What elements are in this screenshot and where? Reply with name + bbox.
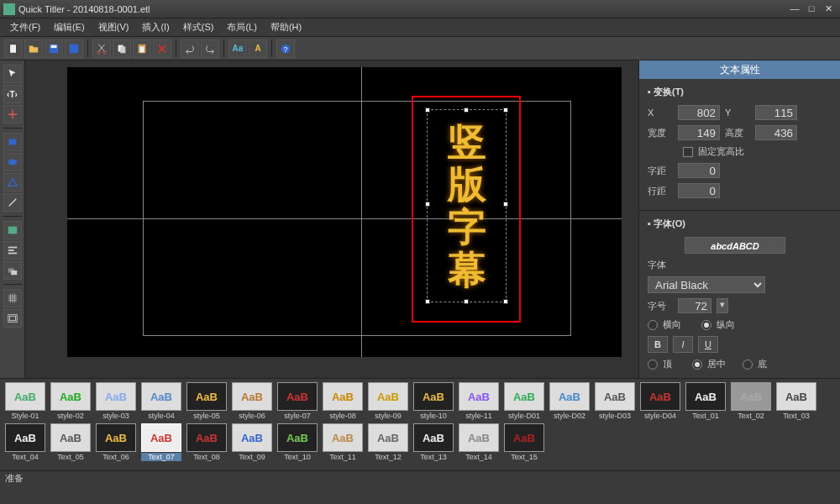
minimize-button[interactable]: — xyxy=(786,3,803,15)
style-thumb[interactable]: AaB xyxy=(459,382,499,411)
style-item[interactable]: AaBstyle-02 xyxy=(50,382,91,420)
style-item[interactable]: AaBText_06 xyxy=(96,423,136,461)
horizontal-radio[interactable] xyxy=(648,320,658,330)
italic-button[interactable]: I xyxy=(673,336,693,353)
handle-bm[interactable] xyxy=(464,299,469,304)
delete-icon[interactable] xyxy=(153,39,171,58)
style-thumb[interactable]: AaB xyxy=(459,423,499,452)
style-thumb[interactable]: AaB xyxy=(731,382,771,411)
size-dropdown-icon[interactable]: ▾ xyxy=(717,298,728,313)
style-thumb[interactable]: AaB xyxy=(368,423,408,452)
style-thumb[interactable]: AaB xyxy=(141,423,181,452)
text-vert-icon[interactable] xyxy=(3,105,22,123)
style-item[interactable]: AaBText_14 xyxy=(459,423,499,461)
style-item[interactable]: AaBText_02 xyxy=(731,382,771,420)
new-icon[interactable] xyxy=(4,39,23,58)
x-input[interactable] xyxy=(678,105,720,120)
style-thumb[interactable]: AaB xyxy=(323,423,363,452)
style-item[interactable]: AaBstyle-10 xyxy=(413,382,454,420)
close-button[interactable]: ✕ xyxy=(820,3,837,15)
style-thumb[interactable]: AaB xyxy=(504,423,544,452)
style-item[interactable]: AaBstyle-11 xyxy=(459,382,499,420)
style-item[interactable]: AaBstyle-06 xyxy=(232,382,272,420)
style-item[interactable]: AaBText_12 xyxy=(368,423,408,461)
handle-ml[interactable] xyxy=(425,202,430,207)
style-item[interactable]: AaBstyle-05 xyxy=(186,382,227,420)
style-thumb[interactable]: AaB xyxy=(186,382,227,411)
style-item[interactable]: AaBText_03 xyxy=(776,382,816,420)
width-input[interactable] xyxy=(678,125,720,140)
canvas[interactable]: 竖版字幕 xyxy=(67,67,622,357)
triangle-icon[interactable] xyxy=(3,173,22,192)
style-thumb[interactable]: AaB xyxy=(504,382,544,411)
style-item[interactable]: AaBstyle-08 xyxy=(323,382,363,420)
canvas-area[interactable]: 竖版字幕 xyxy=(25,60,638,378)
menu-layout[interactable]: 布局(L) xyxy=(220,19,263,35)
menu-view[interactable]: 视图(V) xyxy=(92,19,136,35)
style-thumb[interactable]: AaB xyxy=(413,423,454,452)
align-center-radio[interactable] xyxy=(692,360,702,370)
style-item[interactable]: AaBstyle-07 xyxy=(277,382,318,420)
paste-icon[interactable] xyxy=(133,39,151,58)
style-thumb[interactable]: AaB xyxy=(5,382,45,411)
style-item[interactable]: AaBText_15 xyxy=(504,423,544,461)
text-object[interactable]: 竖版字幕 xyxy=(427,109,507,302)
handle-tr[interactable] xyxy=(503,108,508,113)
open-icon[interactable] xyxy=(24,39,43,58)
style-thumb[interactable]: AaB xyxy=(685,382,726,411)
style-thumb[interactable]: AaB xyxy=(232,423,272,452)
style-item[interactable]: AaBstyle-D01 xyxy=(504,382,544,420)
pointer-icon[interactable] xyxy=(3,65,22,83)
handle-tm[interactable] xyxy=(464,108,469,113)
font-size-input[interactable] xyxy=(678,298,711,313)
export-icon[interactable] xyxy=(65,39,83,58)
handle-br[interactable] xyxy=(503,299,508,304)
maximize-button[interactable]: □ xyxy=(803,3,820,15)
style-item[interactable]: AaBstyle-D03 xyxy=(595,382,635,420)
leading-input[interactable] xyxy=(678,183,720,198)
safe-icon[interactable] xyxy=(3,309,22,328)
undo-icon[interactable] xyxy=(181,39,199,58)
style-thumb[interactable]: AaB xyxy=(50,382,91,411)
copy-icon[interactable] xyxy=(113,39,131,58)
layers-icon[interactable] xyxy=(3,261,22,280)
grid-icon[interactable] xyxy=(3,289,22,307)
lock-aspect-checkbox[interactable] xyxy=(683,147,693,157)
menu-file[interactable]: 文件(F) xyxy=(3,19,47,35)
image-icon[interactable] xyxy=(3,221,22,239)
kerning-input[interactable] xyxy=(678,163,720,178)
style-thumb[interactable]: AaB xyxy=(186,423,227,452)
handle-bl[interactable] xyxy=(425,299,430,304)
style-thumb[interactable]: AaB xyxy=(5,423,45,452)
height-input[interactable] xyxy=(755,125,797,140)
style-item[interactable]: AaBstyle-04 xyxy=(141,382,181,420)
style-thumb[interactable]: AaB xyxy=(232,382,272,411)
style-thumb[interactable]: AaB xyxy=(50,423,91,452)
handle-mr[interactable] xyxy=(503,202,508,207)
menu-edit[interactable]: 编辑(E) xyxy=(47,19,92,35)
style-item[interactable]: AaBText_04 xyxy=(5,423,45,461)
style-item[interactable]: AaBstyle-09 xyxy=(368,382,408,420)
menu-help[interactable]: 帮助(H) xyxy=(264,19,308,35)
align-icon[interactable] xyxy=(3,241,22,260)
style-thumb[interactable]: AaB xyxy=(96,423,136,452)
redo-icon[interactable] xyxy=(201,39,219,58)
text-style-icon[interactable]: Aa xyxy=(228,39,247,58)
style-thumb[interactable]: AaB xyxy=(413,382,454,411)
style-item[interactable]: AaBText_01 xyxy=(685,382,726,420)
font-family-select[interactable]: Arial Black xyxy=(648,276,765,293)
style-item[interactable]: AaBText_09 xyxy=(232,423,272,461)
help-icon[interactable]: ? xyxy=(276,39,295,58)
style-item[interactable]: AaBText_13 xyxy=(413,423,454,461)
style-item[interactable]: AaBText_07 xyxy=(141,423,181,461)
style-item[interactable]: AaBstyle-03 xyxy=(96,382,136,420)
style-item[interactable]: AaBText_08 xyxy=(186,423,227,461)
line-icon[interactable] xyxy=(3,193,22,212)
align-top-radio[interactable] xyxy=(648,360,658,370)
text-color-icon[interactable]: A xyxy=(249,39,267,58)
handle-tl[interactable] xyxy=(425,108,430,113)
style-thumb[interactable]: AaB xyxy=(640,382,680,411)
save-icon[interactable] xyxy=(45,39,63,58)
style-item[interactable]: AaBText_05 xyxy=(50,423,91,461)
style-item[interactable]: AaBstyle-D02 xyxy=(549,382,590,420)
